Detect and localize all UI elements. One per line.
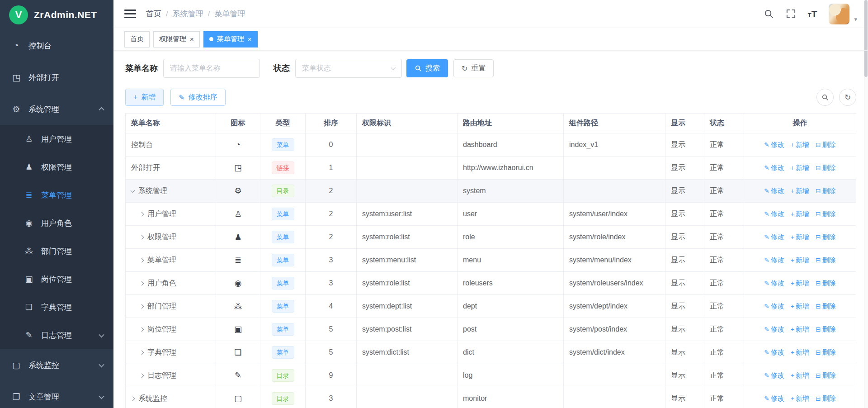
delete-link[interactable]: ⊟删除 — [816, 302, 836, 310]
sidebar-item-用户角色[interactable]: ◉用户角色 — [0, 209, 113, 237]
expand-right-icon[interactable] — [140, 373, 144, 378]
delete-link[interactable]: ⊟删除 — [816, 371, 836, 379]
edit-link[interactable]: ✎修改 — [764, 394, 784, 402]
menu-name-input[interactable] — [163, 59, 260, 78]
add-link[interactable]: +新增 — [791, 371, 809, 379]
delete-link[interactable]: ⊟删除 — [816, 325, 836, 333]
sidebar-item-外部打开[interactable]: ◳外部打开 — [0, 62, 113, 93]
delete-link[interactable]: ⊟删除 — [816, 256, 836, 264]
add-link[interactable]: +新增 — [791, 187, 809, 195]
breadcrumb-item[interactable]: 系统管理 — [173, 9, 203, 19]
expand-right-icon[interactable] — [140, 212, 144, 216]
edit-link[interactable]: ✎修改 — [764, 302, 784, 310]
expand-down-icon[interactable] — [131, 188, 135, 193]
sidebar-item-岗位管理[interactable]: ▣岗位管理 — [0, 265, 113, 293]
delete-link[interactable]: ⊟删除 — [816, 233, 836, 241]
edit-link[interactable]: ✎修改 — [764, 164, 784, 171]
sidebar-item-文章管理[interactable]: ❐文章管理 — [0, 381, 113, 408]
close-icon[interactable]: × — [248, 36, 252, 43]
avatar[interactable] — [829, 4, 849, 24]
add-link[interactable]: +新增 — [791, 210, 809, 218]
add-link[interactable]: +新增 — [791, 348, 809, 356]
breadcrumb-item[interactable]: 首页 — [146, 9, 161, 19]
tab-权限管理[interactable]: 权限管理× — [153, 31, 200, 47]
user-dropdown-caret-icon[interactable]: ▾ — [854, 16, 857, 23]
expand-right-icon[interactable] — [140, 350, 144, 355]
edit-link[interactable]: ✎修改 — [764, 210, 784, 218]
table-row[interactable]: 部门管理⁂菜单4system:dept:listdeptsystem/dept/… — [126, 295, 856, 318]
sort-edit-button[interactable]: ✎ 修改排序 — [170, 89, 225, 106]
fullscreen-icon[interactable] — [786, 9, 796, 19]
add-link[interactable]: +新增 — [791, 256, 809, 264]
tab-菜单管理[interactable]: 菜单管理× — [203, 31, 258, 47]
edit-link[interactable]: ✎修改 — [764, 371, 784, 379]
add-link[interactable]: +新增 — [791, 141, 809, 148]
table-row[interactable]: 用户角色◉菜单3system:role:listroleuserssystem/… — [126, 272, 856, 295]
table-search-toggle-button[interactable] — [816, 89, 834, 106]
status-select[interactable]: 菜单状态 — [295, 59, 402, 78]
add-link[interactable]: +新增 — [791, 279, 809, 287]
cell-icon: ♟ — [216, 226, 260, 249]
edit-link[interactable]: ✎修改 — [764, 256, 784, 264]
table-row[interactable]: 日志管理✎目录9log显示正常✎修改+新增⊟删除 — [126, 364, 856, 387]
delete-link[interactable]: ⊟删除 — [816, 279, 836, 287]
edit-link[interactable]: ✎修改 — [764, 325, 784, 333]
sidebar-item-系统监控[interactable]: ▢系统监控 — [0, 349, 113, 381]
delete-link[interactable]: ⊟删除 — [816, 187, 836, 195]
sidebar-item-字典管理[interactable]: ❏字典管理 — [0, 293, 113, 321]
breadcrumb-item[interactable]: 菜单管理 — [214, 9, 245, 19]
sidebar-item-菜单管理[interactable]: ≣菜单管理 — [0, 181, 113, 209]
table-row[interactable]: 岗位管理▣菜单5system:post:listpostsystem/post/… — [126, 318, 856, 341]
search-button[interactable]: 搜索 — [406, 59, 448, 77]
sidebar-item-系统管理[interactable]: ⚙系统管理 — [0, 93, 113, 125]
delete-link[interactable]: ⊟删除 — [816, 394, 836, 402]
expand-right-icon[interactable] — [131, 396, 135, 401]
font-size-icon[interactable]: TT — [808, 9, 817, 19]
add-link[interactable]: +新增 — [791, 164, 809, 171]
expand-right-icon[interactable] — [140, 281, 144, 285]
expand-right-icon[interactable] — [140, 304, 144, 308]
table-row[interactable]: 系统管理⚙目录2system显示正常✎修改+新增⊟删除 — [126, 180, 856, 203]
sidebar-item-部门管理[interactable]: ⁂部门管理 — [0, 237, 113, 265]
sidebar-item-权限管理[interactable]: ♟权限管理 — [0, 153, 113, 181]
table-row[interactable]: 权限管理♟菜单2system:role:listrolesystem/role/… — [126, 226, 856, 249]
cell-visible: 显示 — [665, 180, 704, 203]
add-link[interactable]: +新增 — [791, 233, 809, 241]
reset-button[interactable]: ↻ 重置 — [453, 59, 494, 77]
table-refresh-button[interactable]: ↻ — [839, 89, 856, 106]
tab-首页[interactable]: 首页 — [124, 31, 150, 47]
add-button[interactable]: + 新增 — [125, 89, 164, 106]
delete-link[interactable]: ⊟删除 — [816, 210, 836, 218]
expand-right-icon[interactable] — [140, 235, 144, 239]
add-link[interactable]: +新增 — [791, 394, 809, 402]
sidebar-item-用户管理[interactable]: ♙用户管理 — [0, 125, 113, 153]
table-row[interactable]: 控制台◔菜单0dashboardindex_v1显示正常✎修改+新增⊟删除 — [126, 133, 856, 157]
edit-link[interactable]: ✎修改 — [764, 187, 784, 195]
sidebar-item-控制台[interactable]: ◔控制台 — [0, 30, 113, 62]
edit-link[interactable]: ✎修改 — [764, 141, 784, 148]
add-link-icon: + — [791, 326, 794, 333]
menu-name-text: 用户角色 — [147, 279, 176, 288]
page-scrollbar[interactable] — [864, 0, 868, 408]
sidebar-item-日志管理[interactable]: ✎日志管理 — [0, 321, 113, 349]
edit-link[interactable]: ✎修改 — [764, 233, 784, 241]
edit-link[interactable]: ✎修改 — [764, 279, 784, 287]
table-row[interactable]: 系统监控▢目录3monitor显示正常✎修改+新增⊟删除 — [126, 387, 856, 408]
delete-link[interactable]: ⊟删除 — [816, 348, 836, 356]
table-row[interactable]: 菜单管理≣菜单3system:menu:listmenusystem/menu/… — [126, 249, 856, 272]
close-icon[interactable]: × — [190, 36, 194, 43]
delete-link[interactable]: ⊟删除 — [816, 164, 836, 171]
table-row[interactable]: 字典管理❏菜单5system:dict:listdictsystem/dict/… — [126, 341, 856, 364]
expand-right-icon[interactable] — [140, 327, 144, 332]
edit-link[interactable]: ✎修改 — [764, 348, 784, 356]
add-link[interactable]: +新增 — [791, 325, 809, 333]
table-row[interactable]: 用户管理♙菜单2system:user:listusersystem/user/… — [126, 203, 856, 226]
type-tag: 目录 — [272, 185, 294, 197]
sidebar-toggle-icon[interactable] — [124, 9, 136, 18]
delete-link[interactable]: ⊟删除 — [816, 141, 836, 148]
search-icon[interactable] — [764, 9, 774, 19]
table-row[interactable]: 外部打开◳链接1http://www.izhaorui.cn显示正常✎修改+新增… — [126, 157, 856, 180]
add-link[interactable]: +新增 — [791, 302, 809, 310]
users-icon: ♟ — [234, 232, 241, 242]
expand-right-icon[interactable] — [140, 258, 144, 262]
